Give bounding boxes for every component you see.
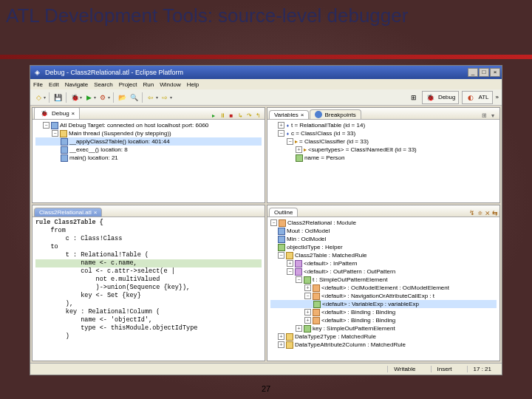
tab-close-icon[interactable]: × xyxy=(301,112,304,118)
outline-rule-dta2c[interactable]: +DataTypeAttribute2Column : MatchedRule xyxy=(270,341,497,349)
perspective-debug[interactable]: 🐞 Debug xyxy=(422,91,460,104)
nav-back-icon[interactable]: ⇦ xyxy=(146,92,156,103)
stack-frame-3[interactable]: main() location: 21 xyxy=(35,154,262,162)
outline-t-elem[interactable]: −t : SimpleOutPatternElement xyxy=(270,276,497,284)
outline-view: Outline ↯ ⨳ ⨯ ⇆ −Class2Relational : Modu… xyxy=(267,205,500,361)
menu-search[interactable]: Search xyxy=(94,81,112,88)
status-writable: Writable xyxy=(387,366,421,372)
editor-body[interactable]: rule Class2Table { from c : Class!Class … xyxy=(33,217,265,361)
collapse-icon[interactable]: ▾ xyxy=(489,112,497,119)
filter-icon[interactable]: ⨳ xyxy=(477,209,483,216)
show-type-icon[interactable]: ⊞ xyxy=(480,112,488,119)
tab-editor-file[interactable]: Class2Relational.atl × xyxy=(34,208,102,216)
step-into-icon[interactable]: ↳ xyxy=(236,112,244,119)
window-minimize-button[interactable]: _ xyxy=(468,68,478,77)
step-over-icon[interactable]: ↷ xyxy=(245,112,253,119)
debug-thread-node[interactable]: −Main thread (Suspended (by stepping)) xyxy=(35,129,262,137)
editor-tab-label: Class2Relational.atl xyxy=(39,209,92,216)
title-underline xyxy=(0,55,532,59)
stack-frame-1[interactable]: __applyClass2Table() location: 401:44 xyxy=(35,137,262,146)
resume-icon[interactable]: ▸ xyxy=(210,112,217,119)
outline-inpattern[interactable]: +<default> : InPattern xyxy=(270,259,497,267)
slide-page-number: 27 xyxy=(262,384,270,393)
menu-window[interactable]: Window xyxy=(160,81,180,88)
tab-breakpoints[interactable]: Breakpoints xyxy=(310,109,361,119)
menu-project[interactable]: Project xyxy=(119,81,137,88)
outline-min[interactable]: Min : OclModel xyxy=(270,235,497,243)
slide-title: ATL Development Tools: source-level debu… xyxy=(6,4,526,27)
run-icon[interactable]: ▶ xyxy=(83,92,94,103)
hide-icon[interactable]: ⨯ xyxy=(485,209,491,216)
outline-outpattern[interactable]: −<default> : OutPattern : OutPattern xyxy=(270,267,497,276)
var-classifier[interactable]: −▸ = Class!Classifier (id = 33) xyxy=(270,137,497,146)
status-cursor-pos: 17 : 21 xyxy=(467,366,497,372)
outline-oclmodel[interactable]: +<default> : OclModelElement : OclModelE… xyxy=(270,284,497,292)
eclipse-icon: ◈ xyxy=(32,67,42,78)
var-t[interactable]: +⬧ t = Relational!Table (id = 14) xyxy=(270,121,497,129)
tab-variables-label: Variables xyxy=(274,112,299,118)
search-icon[interactable]: 🔍 xyxy=(129,92,139,103)
outline-rule-c2t[interactable]: −Class2Table : MatchedRule xyxy=(270,251,497,259)
menu-navigate[interactable]: Navigate xyxy=(65,81,89,88)
outline-helper[interactable]: objectIdType : Helper xyxy=(270,243,497,251)
tab-breakpoints-label: Breakpoints xyxy=(324,112,355,118)
open-type-icon[interactable]: 📂 xyxy=(117,92,127,103)
status-bar: Writable Insert 17 : 21 xyxy=(30,363,502,375)
window-maximize-button[interactable]: □ xyxy=(479,68,489,77)
perspective-debug-label: Debug xyxy=(438,94,456,100)
outline-mout[interactable]: Mout : OclModel xyxy=(270,227,497,235)
suspend-icon[interactable]: ⏸ xyxy=(219,112,226,119)
var-supertypes[interactable]: +▸ <supertypes> = Class!NamedElt (id = 3… xyxy=(270,146,497,154)
variables-view: Variables × Breakpoints ⊞ ▾ +⬧ t = Relat… xyxy=(267,107,500,203)
nav-forward-icon[interactable]: ⇨ xyxy=(160,92,170,103)
tab-debug-label: Debug xyxy=(52,110,69,117)
link-editor-icon[interactable]: ⇆ xyxy=(492,209,498,216)
status-insert: Insert xyxy=(431,366,458,372)
ext-tools-icon[interactable]: ⚙ xyxy=(98,92,108,103)
tab-outline-label: Outline xyxy=(274,209,293,216)
breakpoint-icon xyxy=(315,111,322,118)
debug-icon[interactable]: 🐞 xyxy=(69,92,80,103)
window-titlebar: ◈ Debug - Class2Relational.atl - Eclipse… xyxy=(30,66,502,79)
eclipse-window: ◈ Debug - Class2Relational.atl - Eclipse… xyxy=(30,65,502,375)
perspective-atl[interactable]: ◐ ATL xyxy=(462,91,492,104)
debug-target-node[interactable]: −Atl Debug Target: connected on host loc… xyxy=(35,121,262,129)
var-c[interactable]: −⬧ c = Class!Class (id = 33) xyxy=(270,129,497,137)
window-close-button[interactable]: × xyxy=(490,68,500,77)
save-icon[interactable]: 💾 xyxy=(52,92,63,103)
debug-view: 🐞 Debug × ▸ ⏸ ■ ↳ ↷ ↰ −Atl Debug Target:… xyxy=(32,107,265,203)
window-title: Debug - Class2Relational.atl - Eclipse P… xyxy=(45,69,183,76)
outline-varexp[interactable]: <default> : VariableExp : variableExp xyxy=(270,300,497,308)
tab-variables[interactable]: Variables × xyxy=(269,110,309,119)
outline-binding1[interactable]: +<default> : Binding : Binding xyxy=(270,308,497,316)
bug-icon: 🐞 xyxy=(426,92,436,103)
menu-bar: File Edit Navigate Search Project Run Wi… xyxy=(30,79,502,89)
new-icon[interactable]: ◇ xyxy=(33,92,44,103)
tab-close-icon[interactable]: × xyxy=(72,110,75,117)
outline-key-elem[interactable]: +key : SimpleOutPatternElement xyxy=(270,324,497,332)
terminate-icon[interactable]: ■ xyxy=(228,112,235,119)
stack-frame-2[interactable]: __exec__() location: 8 xyxy=(35,146,262,154)
tab-close-icon[interactable]: × xyxy=(94,209,98,216)
menu-edit[interactable]: Edit xyxy=(49,81,59,88)
outline-binding2[interactable]: +<default> : Binding : Binding xyxy=(270,316,497,324)
outline-module[interactable]: −Class2Relational : Module xyxy=(270,219,497,227)
main-toolbar: ◇▾ 💾 🐞▾ ▶▾ ⚙▾ 📂 🔍 ⇦▾ ⇨▾ ⊞ 🐞 Debug ◐ ATL … xyxy=(30,89,502,106)
menu-run[interactable]: Run xyxy=(143,81,154,88)
var-name[interactable]: name = Person xyxy=(270,154,497,162)
perspective-more[interactable]: » xyxy=(496,94,499,100)
bug-icon: 🐞 xyxy=(39,108,50,118)
outline-nav[interactable]: −<default> : NavigationOrAttributeCallEx… xyxy=(270,292,497,300)
perspective-atl-label: ATL xyxy=(478,94,488,100)
atl-icon: ◐ xyxy=(466,92,476,103)
sort-icon[interactable]: ↯ xyxy=(469,209,475,216)
editor-view: Class2Relational.atl × rule Class2Table … xyxy=(32,205,265,361)
outline-rule-dt2t[interactable]: +DataType2Type : MatchedRule xyxy=(270,332,497,341)
menu-help[interactable]: Help xyxy=(187,81,199,88)
menu-file[interactable]: File xyxy=(33,81,43,88)
open-perspective-icon[interactable]: ⊞ xyxy=(409,92,419,103)
tab-debug[interactable]: 🐞 Debug × xyxy=(34,107,80,119)
tab-outline[interactable]: Outline xyxy=(269,208,298,216)
step-return-icon[interactable]: ↰ xyxy=(254,112,262,119)
